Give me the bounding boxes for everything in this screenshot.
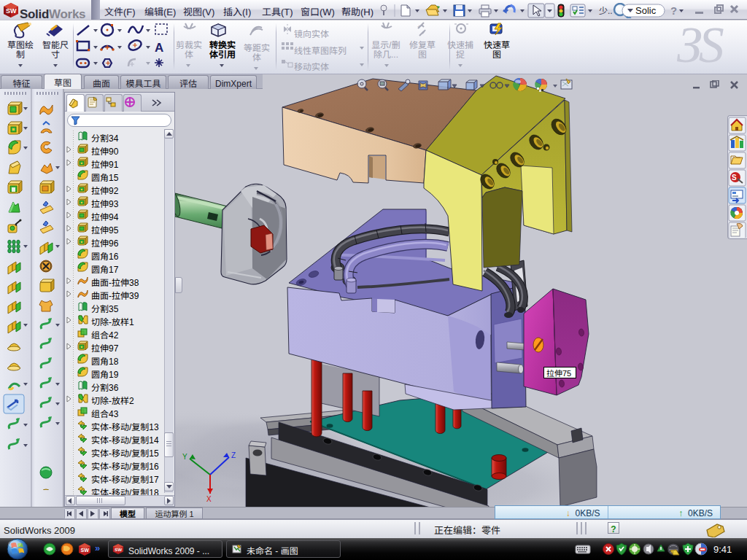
svg-text:»: » (95, 542, 100, 554)
svg-text:+: + (417, 22, 421, 31)
svg-text:SW: SW (115, 546, 122, 553)
svg-text:SW: SW (81, 546, 90, 553)
svg-text:少..: 少.. (599, 4, 613, 16)
svg-text:X: X (206, 495, 212, 503)
svg-text:9:41: 9:41 (713, 542, 732, 556)
svg-text:Solic: Solic (635, 3, 657, 17)
svg-text:Y: Y (182, 453, 187, 461)
svg-text:SW: SW (6, 6, 17, 15)
svg-text:Z: Z (231, 451, 236, 459)
svg-text:?: ? (670, 3, 677, 18)
svg-text:A: A (155, 37, 163, 55)
svg-text:S: S (732, 171, 737, 182)
